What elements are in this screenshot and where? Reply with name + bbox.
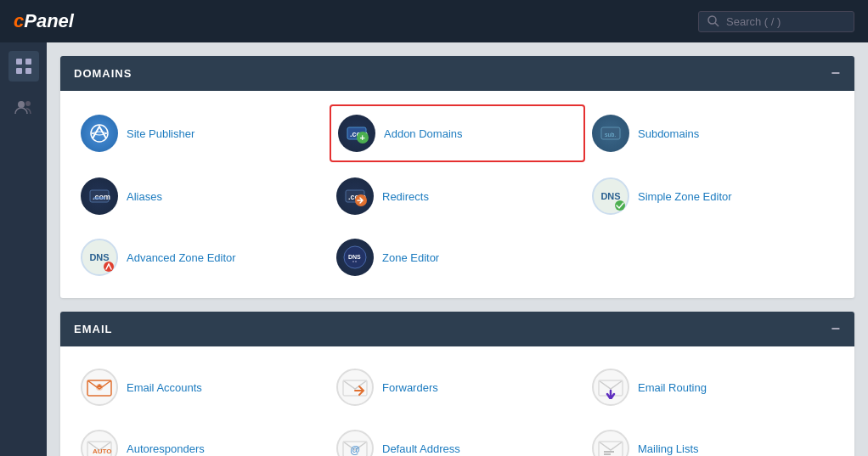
svg-rect-17	[93, 197, 105, 200]
subdomains-icon: sub.	[592, 115, 629, 152]
mailing-lists-label[interactable]: Mailing Lists	[638, 442, 699, 455]
svg-point-0	[708, 16, 716, 24]
mailing-lists-icon	[592, 430, 629, 456]
list-item[interactable]: @ Default Address	[330, 421, 585, 456]
svg-text:@: @	[350, 444, 360, 456]
svg-text:AUTO: AUTO	[93, 448, 112, 455]
zone-editor-icon: DNS	[336, 239, 374, 276]
list-item[interactable]: AUTO Autoresponders	[74, 421, 330, 456]
redirects-label[interactable]: Redirects	[382, 190, 429, 203]
default-address-label[interactable]: Default Address	[382, 442, 460, 455]
search-box[interactable]	[698, 11, 854, 32]
svg-text:DNS: DNS	[348, 254, 361, 260]
sidebar	[0, 42, 47, 456]
email-collapse-button[interactable]: −	[831, 320, 841, 338]
email-header: EMAIL −	[60, 312, 854, 346]
site-publisher-icon	[81, 115, 118, 152]
domains-section: DOMAINS − Site Publisher	[60, 56, 854, 298]
domains-collapse-button[interactable]: −	[831, 65, 841, 82]
list-item[interactable]: Email Routing	[585, 360, 841, 414]
email-title: EMAIL	[74, 323, 112, 335]
autoresponders-icon: AUTO	[81, 430, 118, 456]
svg-text:sub.: sub.	[605, 132, 616, 138]
email-routing-label[interactable]: Email Routing	[638, 381, 707, 394]
list-item[interactable]: .com + Addon Domains	[330, 104, 585, 162]
svg-rect-2	[16, 59, 22, 65]
main-layout: DOMAINS − Site Publisher	[0, 42, 868, 456]
email-routing-icon	[592, 369, 629, 406]
cpanel-logo: cPanel	[14, 10, 74, 32]
list-item[interactable]: Site Publisher	[74, 104, 330, 162]
email-accounts-icon	[81, 369, 118, 406]
site-publisher-label[interactable]: Site Publisher	[127, 127, 194, 140]
grid-icon	[14, 57, 33, 76]
list-item[interactable]: DNS Zone Editor	[330, 230, 585, 284]
email-accounts-label[interactable]: Email Accounts	[127, 381, 202, 394]
forwarders-icon	[336, 369, 374, 406]
search-input[interactable]	[726, 15, 845, 28]
svg-text:+: +	[360, 132, 365, 143]
aliases-label[interactable]: Aliases	[127, 190, 162, 203]
list-item[interactable]: .com Aliases	[74, 169, 330, 223]
list-item[interactable]: Forwarders	[330, 360, 585, 414]
list-item[interactable]: .com Redirects	[330, 169, 585, 223]
forwarders-label[interactable]: Forwarders	[382, 381, 438, 394]
svg-point-7	[25, 101, 31, 106]
list-item[interactable]: Mailing Lists	[585, 421, 841, 456]
users-icon	[14, 98, 33, 116]
zone-editor-label[interactable]: Zone Editor	[382, 251, 439, 264]
aliases-icon: .com	[81, 177, 118, 215]
domains-header: DOMAINS −	[60, 56, 854, 91]
svg-rect-4	[16, 68, 22, 74]
simple-zone-editor-label[interactable]: Simple Zone Editor	[638, 190, 732, 203]
email-section: EMAIL − Email Accounts	[60, 312, 854, 456]
sidebar-item-users[interactable]	[8, 92, 39, 122]
svg-rect-5	[25, 68, 31, 74]
sidebar-item-grid[interactable]	[8, 51, 39, 82]
main-content: DOMAINS − Site Publisher	[47, 42, 868, 456]
email-body: Email Accounts Forwarders	[60, 346, 854, 456]
redirects-icon: .com	[336, 177, 374, 215]
addon-domains-icon: .com +	[338, 115, 375, 152]
domains-body: Site Publisher .com + Addon Domains	[60, 91, 854, 298]
list-item[interactable]: DNS Simple Zone Editor	[585, 169, 841, 223]
list-item[interactable]: sub. Subdomains	[585, 104, 841, 162]
addon-domains-label[interactable]: Addon Domains	[384, 127, 463, 140]
default-address-icon: @	[336, 430, 374, 456]
domains-title: DOMAINS	[74, 67, 132, 80]
list-item[interactable]: Email Accounts	[74, 360, 330, 414]
subdomains-label[interactable]: Subdomains	[638, 127, 699, 140]
autoresponders-label[interactable]: Autoresponders	[127, 442, 205, 455]
search-icon	[707, 15, 719, 27]
adv-zone-icon: DNS	[81, 239, 118, 276]
list-item[interactable]: DNS Advanced Zone Editor	[74, 230, 330, 284]
svg-line-1	[715, 23, 719, 26]
svg-rect-3	[25, 59, 31, 65]
topnav: cPanel	[0, 0, 868, 42]
svg-point-6	[18, 101, 25, 108]
advanced-zone-editor-label[interactable]: Advanced Zone Editor	[127, 251, 236, 264]
simple-zone-icon: DNS	[592, 177, 629, 215]
topnav-left: cPanel	[14, 10, 74, 32]
